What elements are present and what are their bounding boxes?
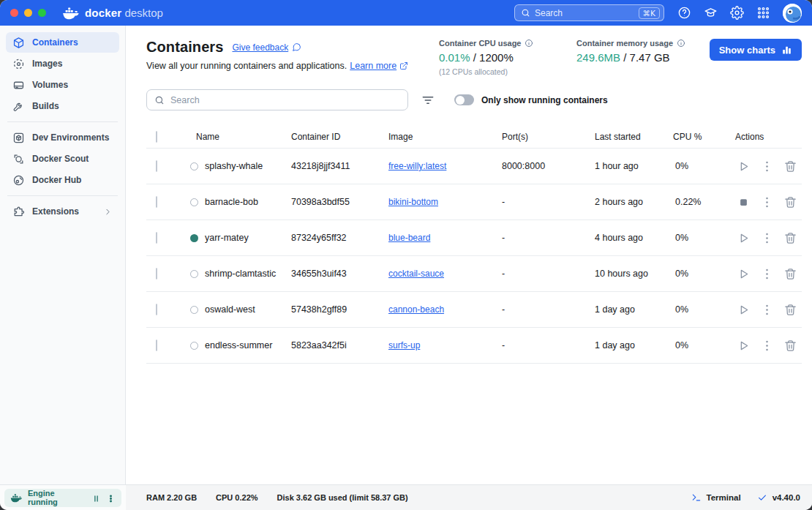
cpu-used-value: 0.01% <box>439 51 470 64</box>
apps-grid-icon[interactable] <box>756 6 770 20</box>
image-link[interactable]: bikini-bottom <box>388 197 438 207</box>
sidebar: Containers Images Volumes Builds Dev Env… <box>0 26 126 484</box>
delete-button[interactable] <box>783 267 797 281</box>
pause-engine-button[interactable] <box>91 493 101 503</box>
row-checkbox[interactable] <box>156 340 157 351</box>
give-feedback-link[interactable]: Give feedback <box>232 42 301 53</box>
column-header-ports: Port(s) <box>502 132 595 142</box>
delete-button[interactable] <box>783 303 797 317</box>
memory-used-value: 249.6MB <box>576 51 620 64</box>
user-avatar[interactable] <box>783 4 802 23</box>
containers-cube-icon <box>12 37 25 49</box>
info-icon[interactable] <box>677 39 685 48</box>
sidebar-item-images[interactable]: Images <box>6 53 119 74</box>
sidebar-item-containers[interactable]: Containers <box>6 32 119 53</box>
info-icon[interactable] <box>525 39 533 48</box>
filter-icon[interactable] <box>421 93 435 108</box>
brand-product: desktop <box>124 7 163 19</box>
start-button[interactable] <box>737 160 751 173</box>
container-ports: - <box>502 197 595 207</box>
table-row: shrimp-clamtastic 34655h3uif43 cocktail-… <box>146 256 802 292</box>
row-checkbox[interactable] <box>156 232 157 244</box>
row-checkbox[interactable] <box>156 304 157 315</box>
container-id: 57438h2gff89 <box>291 304 388 315</box>
page-subtitle: View all your running containers and app… <box>146 61 347 71</box>
terminal-button[interactable]: Terminal <box>691 492 741 503</box>
show-charts-button[interactable]: Show charts <box>710 39 802 61</box>
more-actions-button[interactable] <box>760 303 774 317</box>
global-search[interactable]: ⌘K <box>514 4 664 21</box>
version-label: v4.40.0 <box>772 493 800 502</box>
more-actions-button[interactable] <box>760 267 774 281</box>
container-ports: - <box>502 340 595 350</box>
container-last-started: 4 hours ago <box>595 233 673 243</box>
maximize-button[interactable] <box>38 9 46 17</box>
container-cpu: 0% <box>673 233 735 243</box>
cpu-usage-stat: Container CPU usage 0.01% / 1200% (12 CP… <box>439 39 547 76</box>
start-button[interactable] <box>737 231 751 245</box>
image-link[interactable]: cocktail-sauce <box>388 269 444 279</box>
container-search[interactable] <box>146 89 408 110</box>
running-only-toggle[interactable] <box>454 94 474 105</box>
row-checkbox[interactable] <box>156 268 157 280</box>
main-content: Containers Give feedback View all your r… <box>126 26 812 484</box>
start-button[interactable] <box>737 303 751 317</box>
settings-gear-icon[interactable] <box>730 6 744 20</box>
engine-more-button[interactable] <box>106 493 116 503</box>
container-cpu: 0.22% <box>673 197 735 207</box>
engine-status[interactable]: Engine running <box>4 489 121 507</box>
sidebar-item-volumes[interactable]: Volumes <box>6 75 119 95</box>
delete-button[interactable] <box>783 160 797 173</box>
status-dot-stopped <box>190 342 198 350</box>
status-dot-running <box>190 234 198 242</box>
sidebar-item-docker-hub[interactable]: Docker Hub <box>6 170 119 190</box>
sidebar-item-docker-scout[interactable]: Docker Scout <box>6 149 119 169</box>
row-checkbox[interactable] <box>156 160 157 172</box>
start-button[interactable] <box>737 339 751 353</box>
column-header-actions: Actions <box>735 132 802 142</box>
feedback-bubble-icon <box>292 42 301 52</box>
delete-button[interactable] <box>783 195 797 209</box>
search-shortcut-badge: ⌘K <box>639 7 660 19</box>
row-checkbox[interactable] <box>156 196 157 208</box>
learn-more-link[interactable]: Learn more <box>350 61 408 71</box>
global-search-input[interactable] <box>530 8 639 18</box>
status-dot-stopped <box>190 198 198 206</box>
show-charts-label: Show charts <box>719 45 775 56</box>
more-actions-button[interactable] <box>760 339 774 353</box>
sidebar-item-builds[interactable]: Builds <box>6 96 119 116</box>
update-check-icon <box>757 492 767 503</box>
app-logo: docker desktop <box>62 7 163 20</box>
container-search-input[interactable] <box>165 95 400 105</box>
start-button[interactable] <box>737 267 751 281</box>
usage-stats: Container CPU usage 0.01% / 1200% (12 CP… <box>439 39 685 76</box>
container-name: endless-summer <box>205 340 272 350</box>
stop-button[interactable] <box>737 195 751 209</box>
cpu-total-value: 1200% <box>479 51 514 64</box>
container-last-started: 1 day ago <box>595 304 673 315</box>
image-link[interactable]: free-willy:latest <box>388 161 446 171</box>
sidebar-item-label: Docker Scout <box>32 154 89 164</box>
memory-total-value: 7.47 GB <box>630 51 670 64</box>
status-dot-stopped <box>190 162 198 170</box>
image-link[interactable]: cannon-beach <box>388 304 444 315</box>
help-icon[interactable] <box>677 6 691 20</box>
more-actions-button[interactable] <box>760 160 774 173</box>
delete-button[interactable] <box>783 339 797 353</box>
version-status[interactable]: v4.40.0 <box>757 492 800 503</box>
image-link[interactable]: blue-beard <box>388 233 430 243</box>
image-link[interactable]: surfs-up <box>388 340 420 350</box>
table-row: endless-summer 5823aa342f5i surfs-up - 1… <box>146 328 802 364</box>
select-all-checkbox[interactable] <box>156 131 157 143</box>
disk-usage: Disk 3.62 GB used (limit 58.37 GB) <box>277 493 408 502</box>
sidebar-item-dev-environments[interactable]: Dev Environments <box>6 127 119 148</box>
sidebar-item-extensions[interactable]: Extensions <box>6 201 119 222</box>
more-actions-button[interactable] <box>760 195 774 209</box>
close-button[interactable] <box>10 9 18 17</box>
table-header-row: Name Container ID Image Port(s) Last sta… <box>146 125 802 149</box>
delete-button[interactable] <box>783 231 797 245</box>
give-feedback-label: Give feedback <box>232 42 288 53</box>
learning-center-icon[interactable] <box>704 6 718 20</box>
minimize-button[interactable] <box>24 9 32 17</box>
more-actions-button[interactable] <box>760 231 774 245</box>
